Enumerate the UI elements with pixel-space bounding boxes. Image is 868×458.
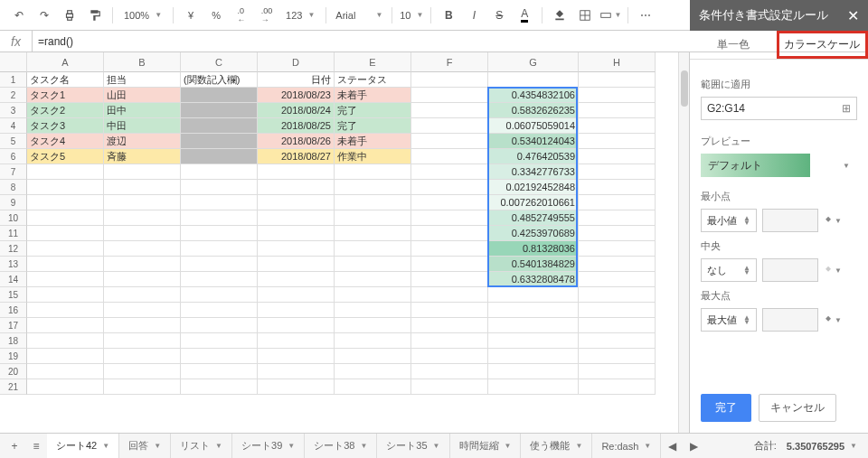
cell-F16[interactable] [411,303,488,318]
row-header-21[interactable]: 21 [0,379,27,395]
cell-G17[interactable] [488,318,579,333]
cell-H17[interactable] [579,318,656,333]
cell-A15[interactable] [27,287,104,303]
cell-G20[interactable] [488,364,579,379]
cell-F11[interactable] [411,226,488,241]
preview-select[interactable]: デフォルト▼ [701,154,857,177]
cell-G7[interactable]: 0.3342776733 [488,164,579,180]
cell-F8[interactable] [411,180,488,195]
cell-E9[interactable] [335,195,411,210]
cell-D6[interactable]: 2018/08/27 [258,149,335,164]
scroll-tabs-left[interactable]: ◀ [661,435,683,457]
cell-H1[interactable] [579,72,656,88]
vertical-scrollbar[interactable] [678,52,689,433]
cell-H9[interactable] [579,195,656,210]
cell-C7[interactable] [181,164,258,180]
cell-C15[interactable] [181,287,258,303]
row-header-12[interactable]: 12 [0,241,27,257]
cell-F19[interactable] [411,349,488,364]
cell-H5[interactable] [579,134,656,149]
cell-B8[interactable] [104,180,181,195]
cell-B14[interactable] [104,272,181,287]
cell-F10[interactable] [411,210,488,226]
redo-button[interactable]: ↷ [33,4,56,27]
cell-E11[interactable] [335,226,411,241]
cell-H2[interactable] [579,88,656,103]
cell-A7[interactable] [27,164,104,180]
column-header-H[interactable]: H [579,52,656,72]
cell-B19[interactable] [104,349,181,364]
cell-B15[interactable] [104,287,181,303]
cell-F7[interactable] [411,164,488,180]
cell-B11[interactable] [104,226,181,241]
cell-C21[interactable] [181,379,258,395]
cell-F4[interactable] [411,118,488,134]
row-header-19[interactable]: 19 [0,349,27,364]
cell-F15[interactable] [411,287,488,303]
row-header-10[interactable]: 10 [0,210,27,226]
row-header-9[interactable]: 9 [0,195,27,210]
cell-B1[interactable]: 担当 [104,72,181,88]
cell-H3[interactable] [579,103,656,118]
cell-C4[interactable] [181,118,258,134]
cell-E7[interactable] [335,164,411,180]
cell-F17[interactable] [411,318,488,333]
cell-F5[interactable] [411,134,488,149]
cell-C19[interactable] [181,349,258,364]
cell-H15[interactable] [579,287,656,303]
tab-single-color[interactable]: 単一色 [690,31,777,59]
font-size-select[interactable]: 10▼ [398,10,425,21]
zoom-select[interactable]: 100%▼ [118,10,167,21]
cell-D19[interactable] [258,349,335,364]
cell-A11[interactable] [27,226,104,241]
cell-A4[interactable]: タスク3 [27,118,104,134]
cell-G21[interactable] [488,379,579,395]
mid-value-input[interactable] [762,258,818,282]
cell-D17[interactable] [258,318,335,333]
close-icon[interactable]: ✕ [847,7,859,24]
cell-B10[interactable] [104,210,181,226]
strike-button[interactable]: S [487,4,511,27]
cell-C6[interactable] [181,149,258,164]
row-header-11[interactable]: 11 [0,226,27,241]
row-header-2[interactable]: 2 [0,88,27,103]
cell-B9[interactable] [104,195,181,210]
cell-D9[interactable] [258,195,335,210]
text-color-button[interactable]: A [513,4,536,27]
select-all-corner[interactable] [0,52,27,72]
cell-A17[interactable] [27,318,104,333]
cell-D18[interactable] [258,333,335,349]
cell-A2[interactable]: タスク1 [27,88,104,103]
cell-G15[interactable] [488,287,579,303]
cell-C3[interactable] [181,103,258,118]
sheet-tab-5[interactable]: シート35▼ [377,434,449,459]
cell-F18[interactable] [411,333,488,349]
cell-F3[interactable] [411,103,488,118]
cell-B5[interactable]: 渡辺 [104,134,181,149]
cell-G10[interactable]: 0.4852749555 [488,210,579,226]
cell-A21[interactable] [27,379,104,395]
min-type-select[interactable]: 最小値▲▼ [701,209,757,232]
cell-D3[interactable]: 2018/08/24 [258,103,335,118]
cell-G13[interactable]: 0.5401384829 [488,257,579,272]
cell-A13[interactable] [27,257,104,272]
increase-decimal-button[interactable]: .00→ [255,4,278,27]
cell-A9[interactable] [27,195,104,210]
cell-A16[interactable] [27,303,104,318]
sheet-tab-4[interactable]: シート38▼ [305,434,377,459]
cell-B7[interactable] [104,164,181,180]
cell-F6[interactable] [411,149,488,164]
row-header-15[interactable]: 15 [0,287,27,303]
tab-color-scale[interactable]: カラースケール [777,31,869,59]
cell-H14[interactable] [579,272,656,287]
max-color-button[interactable]: ▼ [824,311,842,329]
cell-A19[interactable] [27,349,104,364]
spreadsheet-grid[interactable]: ABCDEFGH1タスク名担当(関数記入欄)日付ステータス2タスク1山田2018… [0,52,678,433]
cell-B18[interactable] [104,333,181,349]
cell-G12[interactable]: 0.81328036 [488,241,579,257]
row-header-14[interactable]: 14 [0,272,27,287]
cell-E17[interactable] [335,318,411,333]
cell-C16[interactable] [181,303,258,318]
cell-G3[interactable]: 0.5832626235 [488,103,579,118]
cell-H12[interactable] [579,241,656,257]
